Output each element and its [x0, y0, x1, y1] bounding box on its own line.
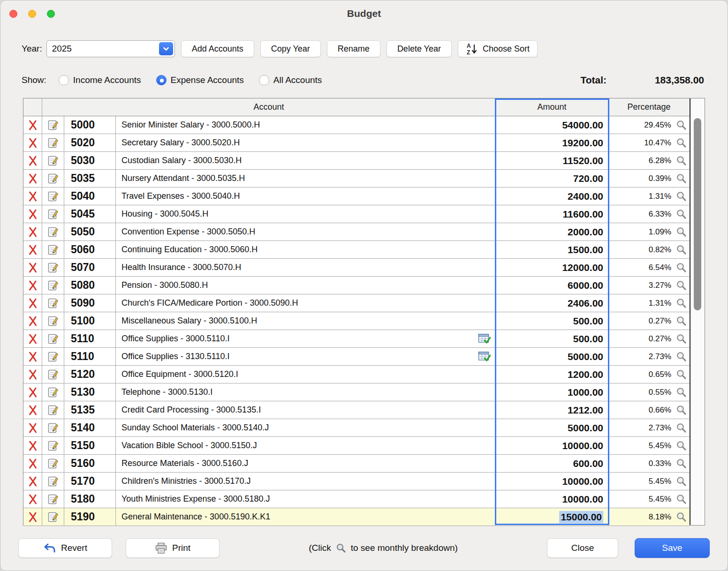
spreadsheet-icon[interactable] — [478, 351, 491, 362]
account-number[interactable]: 5170 — [64, 473, 116, 490]
minimize-window-button[interactable] — [28, 10, 36, 18]
account-name-cell[interactable]: Vacation Bible School - 3000.5150.J — [116, 437, 496, 454]
edit-row-button[interactable] — [42, 401, 64, 419]
add-accounts-button[interactable]: Add Accounts — [181, 40, 254, 57]
amount-cell[interactable]: 10000.00 — [496, 490, 608, 508]
radio-all-accounts[interactable]: All Accounts — [259, 75, 322, 85]
account-number[interactable]: 5100 — [64, 312, 116, 330]
amount-cell[interactable]: 11520.00 — [496, 152, 608, 169]
account-number[interactable]: 5130 — [64, 383, 116, 401]
amount-cell[interactable]: 600.00 — [496, 455, 608, 472]
edit-row-button[interactable] — [42, 455, 64, 472]
edit-row-button[interactable] — [42, 223, 64, 240]
account-number[interactable]: 5135 — [64, 401, 116, 419]
amount-cell[interactable]: 2000.00 — [496, 223, 608, 240]
radio-income-icon[interactable] — [59, 75, 69, 85]
delete-row-button[interactable] — [23, 490, 42, 508]
account-name-cell[interactable]: Continuing Education - 3000.5060.H — [116, 241, 496, 258]
edit-row-button[interactable] — [42, 312, 64, 330]
delete-row-button[interactable] — [23, 134, 42, 151]
edit-row-button[interactable] — [42, 508, 64, 526]
delete-row-button[interactable] — [23, 437, 42, 454]
account-name-cell[interactable]: Pension - 3000.5080.H — [116, 277, 496, 294]
radio-expense-accounts[interactable]: Expense Accounts — [156, 75, 244, 85]
scrollbar-thumb[interactable] — [694, 118, 701, 310]
edit-row-button[interactable] — [42, 348, 64, 365]
magnifier-icon[interactable] — [675, 279, 687, 291]
account-number[interactable]: 5060 — [64, 241, 116, 258]
edit-row-button[interactable] — [42, 330, 64, 347]
magnifier-icon[interactable] — [675, 155, 687, 166]
rename-button[interactable]: Rename — [327, 40, 380, 57]
amount-cell[interactable]: 1212.00 — [496, 401, 608, 419]
account-name-cell[interactable]: Convention Expense - 3000.5050.H — [116, 223, 496, 240]
delete-row-button[interactable] — [23, 116, 42, 134]
magnifier-icon[interactable] — [675, 119, 687, 131]
radio-expense-label[interactable]: Expense Accounts — [171, 75, 244, 85]
delete-row-button[interactable] — [23, 330, 42, 347]
account-name-cell[interactable]: Sunday School Materials - 3000.5140.J — [116, 419, 496, 436]
account-name-cell[interactable]: Nursery Attendant - 3000.5035.H — [116, 170, 496, 187]
account-name-cell[interactable]: Miscellaneous Salary - 3000.5100.H — [116, 312, 496, 330]
copy-year-button[interactable]: Copy Year — [260, 40, 321, 57]
magnifier-icon[interactable] — [675, 208, 687, 220]
delete-row-button[interactable] — [23, 259, 42, 276]
edit-row-button[interactable] — [42, 205, 64, 223]
delete-row-button[interactable] — [23, 188, 42, 205]
magnifier-icon[interactable] — [675, 297, 687, 309]
amount-cell[interactable]: 1500.00 — [496, 241, 608, 258]
account-number[interactable]: 5110 — [64, 348, 116, 365]
edit-row-button[interactable] — [42, 259, 64, 276]
magnifier-icon[interactable] — [675, 458, 687, 469]
amount-cell[interactable]: 15000.00 — [496, 508, 608, 526]
delete-row-button[interactable] — [23, 348, 42, 365]
edit-row-button[interactable] — [42, 134, 64, 151]
delete-row-button[interactable] — [23, 455, 42, 472]
account-number[interactable]: 5035 — [64, 170, 116, 187]
amount-cell[interactable]: 5000.00 — [496, 348, 608, 365]
revert-button[interactable]: Revert — [18, 538, 112, 558]
vertical-scrollbar[interactable] — [690, 98, 705, 525]
account-name-cell[interactable]: Travel Expenses - 3000.5040.H — [116, 188, 496, 205]
account-name-cell[interactable]: Telephone - 3000.5130.I — [116, 383, 496, 401]
delete-row-button[interactable] — [23, 223, 42, 240]
magnifier-icon[interactable] — [675, 422, 687, 434]
account-number[interactable]: 5110 — [64, 330, 116, 347]
edit-row-button[interactable] — [42, 241, 64, 258]
account-number[interactable]: 5020 — [64, 134, 116, 151]
delete-row-button[interactable] — [23, 366, 42, 383]
magnifier-icon[interactable] — [675, 315, 687, 327]
delete-row-button[interactable] — [23, 241, 42, 258]
year-select[interactable]: 2025 — [46, 40, 175, 57]
amount-cell[interactable]: 500.00 — [496, 312, 608, 330]
radio-income-label[interactable]: Income Accounts — [73, 75, 141, 85]
amount-cell[interactable]: 19200.00 — [496, 134, 608, 151]
radio-expense-icon[interactable] — [156, 75, 167, 85]
radio-income-accounts[interactable]: Income Accounts — [59, 75, 141, 85]
account-name-cell[interactable]: General Maintenance - 3000.5190.K.K1 — [116, 508, 496, 526]
account-number[interactable]: 5190 — [64, 508, 116, 526]
account-name-cell[interactable]: Office Equipment - 3000.5120.I — [116, 366, 496, 383]
account-number[interactable]: 5080 — [64, 277, 116, 294]
delete-year-button[interactable]: Delete Year — [387, 40, 452, 57]
edit-row-button[interactable] — [42, 170, 64, 187]
edit-row-button[interactable] — [42, 366, 64, 383]
amount-cell[interactable]: 6000.00 — [496, 277, 608, 294]
amount-cell[interactable]: 11600.00 — [496, 205, 608, 223]
magnifier-icon[interactable] — [675, 190, 687, 202]
account-name-cell[interactable]: Youth Ministries Expense - 3000.5180.J — [116, 490, 496, 508]
edit-row-button[interactable] — [42, 437, 64, 454]
account-number[interactable]: 5070 — [64, 259, 116, 276]
edit-row-button[interactable] — [42, 277, 64, 294]
choose-sort-button[interactable]: A Z Choose Sort — [458, 40, 538, 57]
delete-row-button[interactable] — [23, 205, 42, 223]
magnifier-icon[interactable] — [675, 368, 687, 380]
account-name-cell[interactable]: Church's FICA/Medicare Portion - 3000.50… — [116, 294, 496, 312]
amount-cell[interactable]: 54000.00 — [496, 116, 608, 134]
magnifier-icon[interactable] — [675, 351, 687, 362]
account-number[interactable]: 5150 — [64, 437, 116, 454]
delete-row-button[interactable] — [23, 508, 42, 526]
delete-row-button[interactable] — [23, 152, 42, 169]
magnifier-icon[interactable] — [675, 262, 687, 273]
edit-row-button[interactable] — [42, 116, 64, 134]
